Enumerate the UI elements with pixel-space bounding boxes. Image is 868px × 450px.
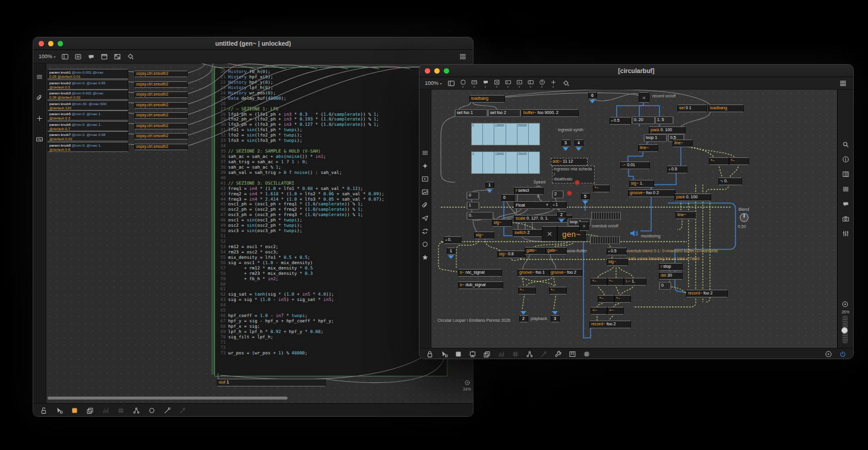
waveform-display-2[interactable]: 0128000256000 (471, 151, 540, 174)
palette-caret[interactable]: ▾ (541, 85, 543, 88)
object-gate-a[interactable]: gate~ (525, 247, 546, 255)
object-groove-2[interactable]: groove~ foo 2 (549, 269, 582, 277)
object-adc[interactable]: adc~ 11 12 (551, 158, 588, 166)
console-icon[interactable] (454, 350, 462, 358)
obj-toggle-icon[interactable] (494, 79, 500, 85)
multislider-1[interactable] (591, 212, 621, 220)
number-0[interactable]: 0 (501, 194, 515, 202)
star-icon[interactable] (421, 253, 429, 261)
message-0a[interactable]: 0 (466, 192, 479, 199)
object-loadbang[interactable]: loadbang (469, 95, 505, 103)
inlet-3[interactable]: 3 (561, 140, 570, 151)
object-gate-b[interactable]: gate~ (545, 247, 567, 255)
hamburger-icon[interactable] (36, 73, 43, 81)
object-plus-b[interactable]: +~ (607, 307, 624, 315)
maximize-button[interactable] (444, 68, 449, 74)
playbox-icon[interactable] (516, 79, 523, 85)
sidebar-icon[interactable] (61, 53, 69, 61)
toggle-record[interactable]: × (639, 92, 649, 103)
object-pack-2[interactable]: pack 0. 100 (674, 194, 711, 201)
message-0dot[interactable]: 0. (466, 212, 494, 220)
lock-open-icon[interactable] (40, 407, 48, 414)
object-r-stop[interactable]: r stop (659, 263, 683, 271)
speaker-icon[interactable] (629, 229, 639, 238)
plus-icon[interactable] (550, 79, 557, 85)
wrench-icon[interactable] (554, 350, 562, 358)
inlet-1[interactable]: 1 (485, 182, 494, 194)
message-2[interactable]: 2 (552, 191, 564, 198)
zoom-slider-handle[interactable] (841, 327, 848, 334)
zoom-slider[interactable] (842, 316, 848, 343)
object-line-c[interactable]: line~ (676, 211, 696, 219)
bucket-icon[interactable] (562, 80, 570, 87)
object-param-knob3[interactable]: param knob3 @min 0.001 @max0.08 @default… (48, 90, 128, 100)
titlebar-circularbuf[interactable]: [circularbuf] (419, 65, 853, 77)
grid-icon[interactable] (512, 350, 519, 358)
message-1-5[interactable]: 1. 5 (655, 116, 674, 124)
panel-icon[interactable] (100, 53, 108, 61)
object-buffer[interactable]: buffer~ foo 9000. 2 (522, 109, 579, 117)
object-times-b[interactable]: *~ (729, 157, 749, 165)
info-icon[interactable] (842, 156, 850, 163)
bucket-icon[interactable] (127, 53, 134, 61)
object-oopsy-smooth-4[interactable]: oopsy.ctrl.smooth2 (134, 102, 188, 109)
object-times-g[interactable]: *~ (598, 295, 614, 303)
zoom-dot-icon[interactable] (841, 300, 849, 308)
object-times-h[interactable]: *~ (614, 295, 631, 303)
lock-icon[interactable] (426, 350, 434, 358)
object-oopsy-smooth-1[interactable]: oopsy.ctrl.smooth2 (134, 71, 188, 77)
object-times-d[interactable]: *~ (549, 287, 567, 294)
object-record-a[interactable]: record~ foo 2 (589, 321, 631, 328)
float-05-b[interactable]: ▸0.5 (667, 166, 687, 173)
palette-caret[interactable]: ▾ (507, 85, 509, 88)
palette-caret[interactable]: ▾ (553, 85, 554, 88)
object-oopsy-smooth-6[interactable]: oopsy.ctrl.smooth2 (134, 123, 188, 129)
hierarchy-icon[interactable] (526, 350, 534, 358)
palette-caret[interactable]: ▾ (530, 85, 532, 88)
grid-icon[interactable] (117, 407, 125, 414)
inlet-4[interactable]: 4 (574, 140, 583, 151)
columns-icon[interactable] (842, 170, 850, 178)
paperclip-icon[interactable] (421, 201, 429, 209)
object-oopsy-smooth-3[interactable]: oopsy.ctrl.smooth2 (134, 91, 188, 98)
hamburger-icon[interactable] (421, 149, 429, 157)
dot-grid-icon[interactable] (459, 52, 468, 61)
object-groove-0[interactable]: groove~ foo 0 2 (628, 189, 676, 197)
waffle-icon[interactable] (583, 350, 591, 358)
hierarchy-icon[interactable] (132, 407, 140, 414)
wand-icon[interactable] (179, 407, 187, 414)
zoom-dropdown[interactable]: 100% ▾ (425, 80, 442, 86)
dot-grid-icon[interactable] (839, 79, 848, 88)
object-line-a[interactable]: line~ (638, 144, 658, 152)
zoom-indicator-gen[interactable]: 24% (457, 379, 473, 392)
minimize-button[interactable] (434, 68, 440, 74)
easel-icon[interactable] (469, 350, 476, 358)
object-out-1[interactable]: out 1 (217, 379, 326, 386)
bubble-icon[interactable] (842, 200, 850, 208)
object-param-knob5[interactable]: param knob5 @min 0. @max 1.@default 0.3 (48, 110, 128, 121)
power-icon[interactable] (839, 350, 847, 358)
layers-icon[interactable] (483, 350, 491, 358)
wand-icon[interactable] (540, 350, 548, 358)
checker-icon[interactable] (113, 53, 121, 61)
object-oopsy-smooth-5[interactable]: oopsy.ctrl.smooth2 (134, 112, 188, 119)
inlet-1b[interactable]: 1 (446, 248, 456, 259)
object-sig-a[interactable]: sig~ (492, 219, 512, 227)
object-sel[interactable]: sel 0 1 (677, 104, 707, 112)
message-loop-1a[interactable]: loop 1 (643, 134, 667, 142)
outlet-3[interactable]: 3 (550, 310, 560, 322)
palette-caret[interactable]: ▾ (519, 85, 520, 88)
horizontal-scrollbar[interactable] (48, 397, 288, 400)
object-param-knob8[interactable]: param knob8 @min 0. @max 1.@default 0.8 (48, 142, 128, 152)
minimize-button[interactable] (48, 41, 53, 46)
palette-caret[interactable]: ▾ (485, 85, 487, 88)
plus-icon[interactable] (36, 115, 43, 122)
object-del-30[interactable]: del 30 (659, 272, 683, 280)
message-0b[interactable]: 0 (659, 282, 671, 290)
object-sig-1[interactable]: sig~ 1. (629, 180, 654, 188)
palette-caret[interactable]: ▾ (496, 85, 498, 88)
object-record-b[interactable]: record~ foo 2 (686, 290, 728, 297)
object-times-c[interactable]: *~ (518, 287, 536, 294)
send-icon[interactable] (421, 214, 429, 222)
zoom-dropdown[interactable]: 100% ▾ (39, 53, 56, 59)
